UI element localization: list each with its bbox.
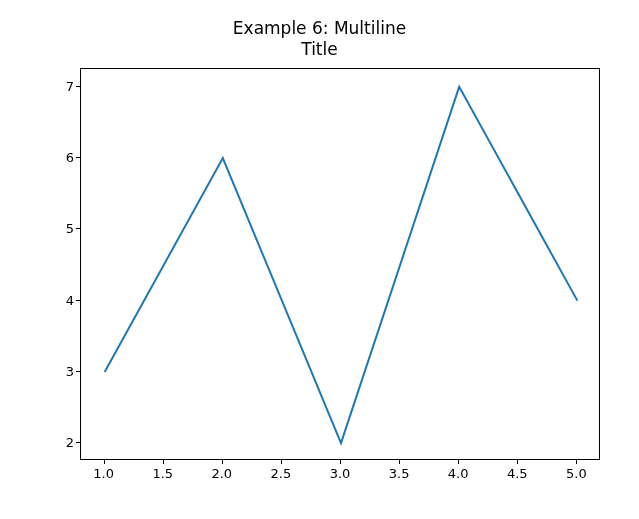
line-series-svg [81,69,601,461]
x-tick-mark [399,460,400,464]
y-tick-label: 3 [44,363,74,378]
y-tick-label: 4 [44,292,74,307]
y-tick-label: 5 [44,221,74,236]
x-tick-mark [163,460,164,464]
x-tick-label: 3.5 [389,466,410,481]
y-tick-mark [76,300,80,301]
y-tick-mark [76,157,80,158]
chart-title-line-1: Example 6: Multiline [0,18,639,39]
x-tick-label: 2.5 [271,466,292,481]
y-tick-label: 2 [44,435,74,450]
y-tick-mark [76,442,80,443]
x-tick-label: 4.5 [507,466,528,481]
x-tick-label: 4.0 [448,466,469,481]
line-series-path [105,87,578,443]
x-tick-mark [576,460,577,464]
x-tick-mark [458,460,459,464]
x-tick-mark [517,460,518,464]
y-tick-mark [76,86,80,87]
x-tick-mark [340,460,341,464]
x-tick-label: 1.0 [93,466,114,481]
chart-title-line-2: Title [0,39,639,60]
y-tick-mark [76,228,80,229]
x-tick-mark [222,460,223,464]
chart-title: Example 6: Multiline Title [0,18,639,61]
y-tick-label: 7 [44,78,74,93]
x-tick-label: 2.0 [211,466,232,481]
x-tick-mark [281,460,282,464]
x-tick-label: 5.0 [566,466,587,481]
x-tick-label: 1.5 [152,466,173,481]
y-tick-label: 6 [44,150,74,165]
x-tick-mark [104,460,105,464]
x-tick-label: 3.0 [330,466,351,481]
y-tick-mark [76,371,80,372]
chart-container: Example 6: Multiline Title 2345671.01.52… [0,0,639,519]
plot-area [80,68,600,460]
